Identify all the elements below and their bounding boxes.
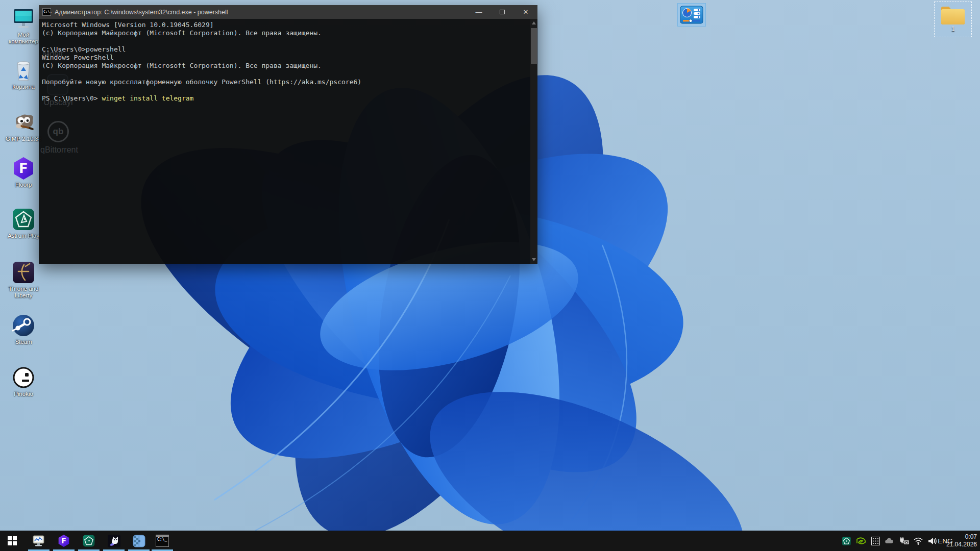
- blue-tile-icon: [132, 534, 146, 548]
- tray-astrum-icon[interactable]: [840, 531, 853, 551]
- terminal-line: [42, 37, 361, 45]
- desktop-icon-label: Корзина: [12, 84, 35, 90]
- running-indicator: [128, 549, 150, 551]
- running-indicator: [53, 549, 75, 551]
- desktop-icon-floorp[interactable]: F Floorp: [3, 156, 44, 188]
- tray-wifi-icon[interactable]: [912, 531, 925, 551]
- floorp-letter: F: [19, 161, 28, 176]
- folder-icon: [940, 4, 966, 26]
- folder-label: 1: [951, 26, 955, 33]
- terminal-line: (c) Корпорация Майкрософт (Microsoft Cor…: [42, 29, 361, 37]
- terminal-line: (C) Корпорация Майкрософт (Microsoft Cor…: [42, 62, 361, 70]
- scroll-up-icon[interactable]: [532, 21, 536, 24]
- taskbar-cmd-app[interactable]: C:\_: [151, 531, 174, 551]
- taskbar: F: [0, 531, 980, 551]
- desktop: Мой компьютер Корзина: [0, 0, 980, 551]
- maximize-icon: [500, 10, 505, 14]
- system-monitor-icon: [32, 534, 46, 548]
- desktop-icon-gimp[interactable]: GIMP 2.10.38: [3, 110, 44, 142]
- desktop-icon-control-panel[interactable]: [677, 3, 706, 27]
- running-indicator: [152, 549, 173, 551]
- taskbar-floorp-app[interactable]: F: [52, 531, 76, 551]
- desktop-icon-folder-1[interactable]: 1: [934, 2, 972, 37]
- clock[interactable]: 0:07 21.04.2026: [950, 531, 977, 551]
- taskbar-blue-tile-app[interactable]: [127, 531, 151, 551]
- terminal-prompt-line: PS C:\Users\0> winget install telegram: [42, 94, 361, 103]
- terminal-scrollbar[interactable]: [530, 19, 537, 264]
- desktop-icon-astrum-play[interactable]: Astrum Play: [3, 207, 44, 239]
- close-icon: ✕: [523, 8, 529, 16]
- desktop-icon-label: Floorp: [15, 182, 32, 188]
- taskbar-cat-character-app[interactable]: [102, 531, 126, 551]
- maximize-button[interactable]: [491, 5, 514, 19]
- astrum-play-icon: [11, 207, 36, 232]
- desktop-icon-label: GIMP 2.10.38: [6, 136, 42, 142]
- pinokio-icon: [11, 365, 36, 390]
- prompt-text: PS C:\Users\0>: [42, 94, 102, 102]
- desktop-icon-label: Throne and Liberty: [4, 286, 43, 299]
- clock-date: 21.04.2026: [946, 541, 977, 548]
- running-indicator: [28, 549, 50, 551]
- floorp-icon: F: [11, 156, 36, 181]
- terminal-line: [42, 70, 361, 78]
- terminal-line: [42, 86, 361, 94]
- terminal-window: C:\. Администратор: C:\windows\system32\…: [39, 5, 537, 264]
- svg-text:F: F: [61, 537, 66, 545]
- desktop-icon-throne-and-liberty[interactable]: Throne and Liberty: [3, 260, 44, 299]
- running-indicator: [103, 549, 125, 551]
- terminal-body[interactable]: Monit... Upscayl qb qBittorrent Microsof…: [39, 19, 537, 264]
- steam-icon: [11, 313, 36, 338]
- windows-logo-icon: [8, 536, 17, 545]
- ghost-qbittorrent-icon: qb: [47, 121, 69, 142]
- cmd-icon: C:\.: [42, 8, 51, 16]
- desktop-icon-label: Мой компьютер: [4, 32, 43, 45]
- close-button[interactable]: ✕: [514, 5, 537, 19]
- scrollbar-thumb[interactable]: [531, 28, 537, 64]
- terminal-output: Microsoft Windows [Version 10.0.19045.60…: [42, 21, 361, 103]
- desktop-icon-recycle-bin[interactable]: Корзина: [3, 58, 44, 90]
- cmd-icon: C:\_: [156, 535, 169, 547]
- my-computer-icon: [11, 6, 36, 31]
- tray-nvidia-icon[interactable]: [854, 531, 868, 551]
- taskbar-system-monitor-app[interactable]: [27, 531, 51, 551]
- desktop-icon-pinokio[interactable]: Pinokio: [3, 365, 44, 397]
- desktop-icon-label: Pinokio: [14, 391, 33, 397]
- desktop-icon-label: Steam: [15, 339, 32, 345]
- recycle-bin-icon: [11, 58, 36, 83]
- start-button[interactable]: [1, 531, 24, 551]
- terminal-titlebar[interactable]: C:\. Администратор: C:\windows\system32\…: [39, 5, 537, 19]
- cat-character-icon: [107, 534, 121, 548]
- terminal-line: Попробуйте новую кроссплатформенную обол…: [42, 78, 361, 86]
- desktop-icon-steam[interactable]: Steam: [3, 313, 44, 345]
- desktop-icon-label: Astrum Play: [8, 233, 39, 239]
- typed-command: winget install telegram: [102, 94, 193, 102]
- minimize-icon: —: [476, 8, 482, 16]
- minimize-button[interactable]: —: [467, 5, 491, 19]
- astrum-play-icon: [82, 534, 95, 547]
- ghost-qbittorrent-label: qBittorrent: [39, 145, 80, 155]
- control-panel-icon: [680, 6, 703, 24]
- terminal-line: Microsoft Windows [Version 10.0.19045.60…: [42, 21, 361, 29]
- running-indicator: [78, 549, 100, 551]
- gimp-icon: [11, 110, 36, 135]
- clock-time: 0:07: [965, 533, 977, 541]
- terminal-line: C:\Users\0>powershell: [42, 45, 361, 54]
- scroll-down-icon[interactable]: [532, 258, 536, 261]
- floorp-icon: F: [57, 534, 70, 547]
- taskbar-astrum-play-app[interactable]: [77, 531, 101, 551]
- tray-power-plug-icon[interactable]: [897, 531, 911, 551]
- tray-cloud-icon[interactable]: [883, 531, 896, 551]
- throne-and-liberty-icon: [11, 260, 36, 285]
- tray-app-grid-icon[interactable]: [869, 531, 882, 551]
- terminal-line: Windows PowerShell: [42, 54, 361, 62]
- desktop-icon-my-computer[interactable]: Мой компьютер: [3, 6, 44, 45]
- terminal-title: Администратор: C:\windows\system32\cmd.e…: [55, 9, 228, 16]
